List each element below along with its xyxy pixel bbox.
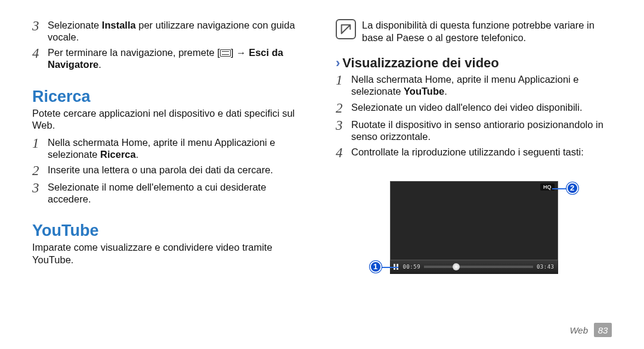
- ricerca-step-3: 3 Selezionate il nome dell'elemento a cu…: [32, 181, 308, 205]
- callout-1: 1: [370, 261, 382, 273]
- step-number: 2: [336, 101, 346, 115]
- time-total: 03:43: [537, 264, 555, 270]
- step-number: 2: [32, 164, 43, 177]
- text: Per terminare la navigazione, premete [: [48, 47, 220, 58]
- video-figure: HQ 00:59 03:43 2 1: [373, 181, 575, 274]
- nav-step-4: 4 Per terminare la navigazione, premete …: [32, 46, 308, 70]
- section-desc-ricerca: Potete cercare applicazioni nel disposit…: [32, 107, 308, 132]
- menu-key-icon: [220, 49, 231, 57]
- section-title-ricerca: Ricerca: [32, 88, 308, 106]
- callout-line: [382, 267, 398, 268]
- video-step-1: 1 Nella schermata Home, aprite il menu A…: [336, 73, 612, 97]
- note-box: La disponibilità di questa funzione potr…: [336, 19, 612, 43]
- text: ] →: [231, 47, 249, 58]
- left-column: 3 Selezionate Installa per utilizzare na…: [32, 19, 308, 332]
- bold-text: YouTube: [404, 86, 444, 96]
- ricerca-step-1: 1 Nella schermata Home, aprite il menu A…: [32, 136, 308, 160]
- nav-step-3: 3 Selezionate Installa per utilizzare na…: [32, 19, 308, 43]
- step-body: Selezionate Installa per utilizzare navi…: [48, 19, 308, 43]
- chevron-icon: ›: [336, 55, 340, 70]
- page-number: 83: [594, 323, 612, 337]
- step-number: 4: [336, 146, 346, 160]
- step-body: Ruotate il dispositivo in senso antiorar…: [351, 119, 612, 142]
- video-step-2: 2 Selezionate un video dall'elenco dei v…: [336, 101, 612, 115]
- step-body: Per terminare la navigazione, premete []…: [48, 46, 308, 70]
- video-step-4: 4 Controllate la riproduzione utilizzand…: [336, 146, 612, 160]
- text: .: [444, 86, 447, 96]
- section-desc-youtube: Imparate come visualizzare e condividere…: [32, 241, 308, 266]
- text: Nella schermata Home, aprite il menu App…: [351, 74, 579, 96]
- note-icon: [336, 19, 356, 39]
- step-body: Nella schermata Home, aprite il menu App…: [351, 73, 612, 97]
- right-column: La disponibilità di questa funzione potr…: [336, 19, 612, 332]
- text: .: [98, 59, 101, 70]
- note-text: La disponibilità di questa funzione potr…: [362, 19, 612, 43]
- footer-section: Web: [569, 325, 588, 335]
- text: .: [136, 149, 139, 160]
- ricerca-step-2: 2 Inserite una lettera o una parola dei …: [32, 164, 308, 177]
- text: Nella schermata Home, aprite il menu App…: [48, 137, 275, 160]
- step-number: 3: [336, 119, 346, 142]
- step-number: 4: [32, 46, 43, 70]
- step-body: Selezionate il nome dell'elemento a cui …: [48, 181, 308, 205]
- step-body: Nella schermata Home, aprite il menu App…: [48, 136, 308, 160]
- hq-badge: HQ: [540, 183, 555, 191]
- text: Selezionate: [48, 20, 102, 30]
- subsection-title: ›Visualizzazione dei video: [336, 55, 612, 71]
- video-player-preview: HQ 00:59 03:43: [390, 181, 558, 274]
- section-title-youtube: YouTube: [32, 222, 308, 240]
- video-controls: 00:59 03:43: [390, 260, 558, 274]
- step-number: 3: [32, 19, 43, 43]
- page-footer: Web 83: [569, 323, 612, 337]
- video-step-3: 3 Ruotate il dispositivo in senso antior…: [336, 119, 612, 142]
- step-body: Selezionate un video dall'elenco dei vid…: [351, 101, 612, 115]
- seek-bar: [424, 266, 533, 268]
- bold-text: Ricerca: [100, 149, 136, 160]
- page-spread: 3 Selezionate Installa per utilizzare na…: [0, 0, 644, 349]
- bold-text: Installa: [102, 20, 136, 30]
- subsection-text: Visualizzazione dei video: [342, 55, 499, 70]
- step-body: Controllate la riproduzione utilizzando …: [351, 146, 612, 160]
- time-current: 00:59: [403, 264, 421, 270]
- seek-thumb: [453, 263, 460, 270]
- step-number: 1: [32, 136, 43, 160]
- callout-2: 2: [566, 182, 578, 194]
- step-number: 1: [336, 73, 346, 97]
- step-body: Inserite una lettera o una parola dei da…: [48, 164, 308, 177]
- step-number: 3: [32, 181, 43, 205]
